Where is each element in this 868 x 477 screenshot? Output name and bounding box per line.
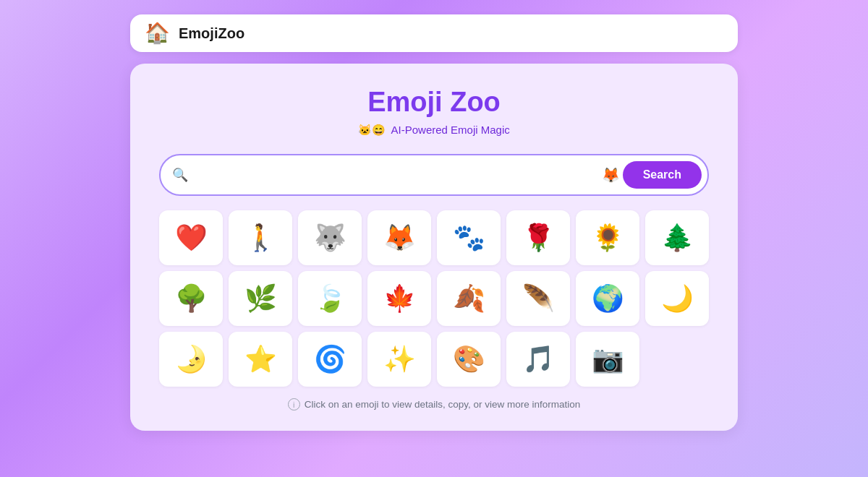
main-card: Emoji Zoo 🐱😄 AI-Powered Emoji Magic 🔍 🦊 … [130,64,738,431]
page-subtitle: 🐱😄 AI-Powered Emoji Magic [159,124,709,137]
search-button[interactable]: Search [623,161,702,189]
navbar-logo-icon: 🏠 [145,23,170,43]
search-input[interactable] [194,168,602,182]
emoji-cell-tree[interactable]: 🌳 [159,271,223,326]
emoji-cell-feather[interactable]: 🪶 [506,271,570,326]
emoji-cell-crescent-face[interactable]: 🌛 [159,332,223,387]
footer-hint: i Click on an emoji to view details, cop… [159,398,709,411]
emoji-grid: ❤️ 🚶 🐺 🦊 🐾 🌹 🌻 🌲 🌳 🌿 🍃 🍁 🍂 🪶 🌍 🌙 🌛 ⭐ 🌀 ✨… [159,210,709,387]
search-icon: 🔍 [172,167,188,183]
emoji-cell-sparkles[interactable]: ✨ [367,332,431,387]
emoji-cell-rose[interactable]: 🌹 [506,210,570,265]
emoji-cell-wolf[interactable]: 🐺 [298,210,362,265]
emoji-cell-crescent[interactable]: 🌙 [645,271,709,326]
page-title: Emoji Zoo [159,87,709,118]
emoji-cell-earth[interactable]: 🌍 [576,271,639,326]
navbar-title: EmojiZoo [179,25,244,42]
search-bar: 🔍 🦊 Search [159,154,709,196]
info-icon: i [288,398,300,411]
emoji-cell-fallen-leaf[interactable]: 🍂 [437,271,501,326]
footer-hint-text: Click on an emoji to view details, copy,… [305,399,581,410]
emoji-cell-leaf[interactable]: 🍃 [298,271,362,326]
search-hint-emoji: 🦊 [602,166,620,184]
emoji-cell-heart[interactable]: ❤️ [159,210,223,265]
subtitle-text: AI-Powered Emoji Magic [391,124,510,136]
emoji-cell-walking[interactable]: 🚶 [229,210,292,265]
emoji-cell-star[interactable]: ⭐ [229,332,292,387]
emoji-cell-fox[interactable]: 🦊 [367,210,431,265]
emoji-cell-galaxy[interactable]: 🌀 [298,332,362,387]
emoji-cell-paws[interactable]: 🐾 [437,210,501,265]
emoji-cell-herb[interactable]: 🌿 [229,271,292,326]
emoji-cell-camera[interactable]: 📷 [576,332,639,387]
emoji-cell-music[interactable]: 🎵 [506,332,570,387]
subtitle-emojis: 🐱😄 [358,124,386,136]
emoji-cell-palette[interactable]: 🎨 [437,332,501,387]
emoji-cell-evergreen[interactable]: 🌲 [645,210,709,265]
emoji-cell-sunflower[interactable]: 🌻 [576,210,639,265]
navbar: 🏠 EmojiZoo [130,14,738,52]
emoji-cell-maple[interactable]: 🍁 [367,271,431,326]
